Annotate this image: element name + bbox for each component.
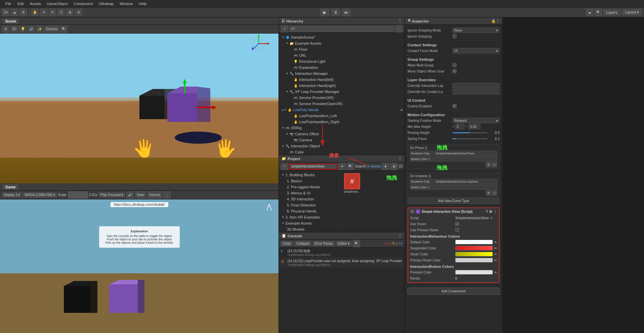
menu-gameobject[interactable]: GameObject: [44, 1, 71, 6]
tree-menus-ui[interactable]: 3. Menus & UI: [279, 190, 339, 196]
on-press-func-dropdown[interactable]: SimpleInteractionGlow.Press: [434, 151, 497, 156]
toolbar-gear-btn[interactable]: ⚙: [19, 9, 27, 16]
project-search-icon[interactable]: 🔍: [347, 163, 354, 170]
editor-btn[interactable]: Editor ▾: [336, 241, 351, 246]
tree-xp-leap[interactable]: ▼ 🔧 XP Leap Provider Manager: [279, 89, 404, 95]
tree-camera[interactable]: 📷 Camera: [279, 137, 404, 143]
ignore-grasping-checkbox[interactable]: [453, 34, 457, 38]
project-grid-btn[interactable]: ⊞: [390, 163, 398, 170]
menu-file[interactable]: File: [3, 1, 14, 6]
add-event-type-btn[interactable]: Add New Event Type: [407, 198, 500, 204]
asset-simple-glow[interactable]: # SimpleInte...: [342, 173, 362, 193]
tree-samplescene[interactable]: ▼ 🔷 SampleScene*: [279, 34, 404, 40]
suspended-color-picker[interactable]: ✏: [494, 246, 497, 250]
console-more[interactable]: ⋮: [398, 234, 402, 238]
project-star-btn[interactable]: ★: [382, 163, 389, 170]
tree-pose-detect[interactable]: 5. Pose Detection: [279, 202, 339, 208]
clear-btn[interactable]: Clear: [281, 241, 293, 246]
script-settings-icon[interactable]: ⚙: [489, 210, 492, 213]
default-color-picker[interactable]: ✏: [494, 240, 497, 244]
toolbar-rotate-btn[interactable]: ↻: [49, 9, 56, 16]
on-unpress-runtime-dropdown[interactable]: Runtime Only: [410, 179, 433, 184]
toolbar-move-btn[interactable]: ✛: [40, 9, 47, 16]
tab-game[interactable]: Game: [3, 184, 18, 190]
on-press-runtime-dropdown[interactable]: Runtime Only: [410, 151, 433, 156]
on-press-object-field[interactable]: Button (Sim ⊙: [410, 157, 497, 161]
hover-color-swatch[interactable]: [455, 252, 493, 256]
on-press-minus-btn[interactable]: −: [492, 162, 497, 168]
focused-dropdown[interactable]: Play Focused ▾: [99, 192, 125, 197]
tree-lowpoly-left[interactable]: 🤚 LowPolyHandArm_Left: [279, 113, 404, 119]
hierarchy-add-btn[interactable]: +: [281, 25, 288, 33]
toolbar-z-btn[interactable]: Z▾: [2, 9, 9, 16]
hierarchy-more-icon[interactable]: ⋮: [398, 19, 402, 23]
audio-icon[interactable]: 🔊: [126, 191, 134, 199]
toolbar-scale-btn[interactable]: ⊡: [57, 9, 65, 16]
scene-fx-btn[interactable]: ✨: [36, 26, 43, 33]
starting-pos-dropdown[interactable]: Relaxed▾: [453, 118, 500, 123]
on-press-plus-btn[interactable]: +: [486, 162, 491, 168]
tree-explanation[interactable]: 🎮 Explanation: [279, 64, 404, 70]
toolbar-cloud-btn[interactable]: ☁: [11, 9, 18, 16]
tree-service-openxr[interactable]: 🎮 Service Provider(OpenXR): [279, 101, 404, 107]
on-unpress-object-field[interactable]: Button (Sim ⊙: [410, 185, 497, 190]
tree-lowpoly-right[interactable]: 🤚 LowPolyHandArm_Right: [279, 119, 404, 125]
tree-3d-int[interactable]: 4. 3D Interaction: [279, 196, 339, 202]
stats-btn[interactable]: Stats: [135, 191, 146, 199]
tree-basics[interactable]: 1. Basics: [279, 178, 339, 184]
scene-2d-btn[interactable]: 2D: [10, 26, 18, 33]
tree-building-blocks[interactable]: ▼ 1. Building Blocks: [279, 172, 339, 178]
collab-btn[interactable]: ☁: [586, 9, 593, 16]
scene-gizmos-btn[interactable]: Gizmos: [44, 26, 59, 33]
min-max-x-field[interactable]: 0: [455, 124, 465, 129]
game-resolution-dropdown[interactable]: WXGA (1366x768) ▾: [23, 192, 56, 197]
toolbar-hand-btn[interactable]: ✋: [31, 9, 39, 16]
menu-ultraleap[interactable]: Ultraleap: [96, 1, 116, 6]
scale-slider[interactable]: [68, 191, 88, 199]
tree-non-xr[interactable]: ▼ 2. Non-XR Examples: [279, 214, 339, 220]
use-hover-checkbox[interactable]: ✓: [455, 222, 459, 226]
menu-help[interactable]: Help: [136, 1, 149, 6]
spring-force-track[interactable]: [453, 138, 487, 139]
tree-floor[interactable]: 🎮 Floor: [279, 46, 404, 52]
tree-physical-hands[interactable]: 6. Physical Hands: [279, 208, 339, 214]
search-btn[interactable]: 🔍: [595, 9, 602, 16]
tree-example-assets[interactable]: ▼ 📁 Example Assets: [279, 40, 404, 46]
pressed-color-swatch[interactable]: [455, 270, 493, 275]
control-enabled-checkbox[interactable]: ✓: [453, 104, 457, 108]
tree-url[interactable]: 🎮 URL: [279, 52, 404, 58]
error-pause-btn[interactable]: Error Pause: [313, 241, 335, 246]
contact-force-dropdown[interactable]: UI▾: [453, 48, 500, 53]
on-unpress-plus-btn[interactable]: +: [486, 190, 491, 196]
tree-int-hand-right[interactable]: 🤚 Interaction Hand(right): [279, 83, 404, 89]
tree-dir-light[interactable]: 💡 Directional Light: [279, 58, 404, 64]
project-more-icon[interactable]: ⋮: [398, 156, 402, 161]
on-unpress-func-dropdown[interactable]: SimpleInteractionGlow.Unpress: [434, 179, 497, 184]
layout-button[interactable]: Layout ▾: [622, 9, 642, 15]
toolbar-rect-btn[interactable]: ⊞: [66, 9, 74, 16]
tree-3dmodels[interactable]: 3D Models: [279, 226, 339, 232]
hierarchy-settings-btn[interactable]: ⋮: [395, 25, 402, 33]
pressed-color-picker[interactable]: ✏: [494, 271, 497, 274]
scene-audio-btn[interactable]: 🔊: [28, 26, 35, 33]
tree-cube-1[interactable]: 🎮 Cube: [279, 149, 404, 155]
scene-shading-btn[interactable]: ☰: [2, 26, 9, 33]
inspector-lock[interactable]: 🔒: [491, 19, 496, 23]
tree-interaction-object[interactable]: ▼ 🔧 Interaction Object: [279, 143, 404, 149]
tree-int-hand-left[interactable]: 🤚 Interaction Hand(left): [279, 77, 404, 83]
move-object-checkbox[interactable]: ✓: [453, 69, 457, 73]
default-color-swatch[interactable]: [455, 240, 493, 244]
game-display-dropdown[interactable]: Display 1 ▾: [2, 192, 22, 197]
project-search-input[interactable]: simpleInteractionGlow: [289, 163, 337, 170]
tab-scene[interactable]: Scene: [3, 18, 19, 24]
primary-hover-swatch[interactable]: [455, 258, 493, 263]
allow-multi-checkbox[interactable]: [453, 63, 457, 67]
script-target-icon[interactable]: ⊙: [490, 216, 492, 220]
add-component-btn[interactable]: Add Component: [407, 288, 500, 295]
scene-light-btn[interactable]: 💡: [19, 26, 27, 33]
use-primary-hover-checkbox[interactable]: [455, 228, 459, 232]
script-enable-checkbox[interactable]: ✓: [410, 209, 414, 213]
pause-button[interactable]: ⏸: [331, 9, 340, 16]
step-button[interactable]: ⏭: [342, 9, 351, 16]
tree-interaction-manager[interactable]: ▼ 🔧 Interaction Manager: [279, 70, 404, 77]
